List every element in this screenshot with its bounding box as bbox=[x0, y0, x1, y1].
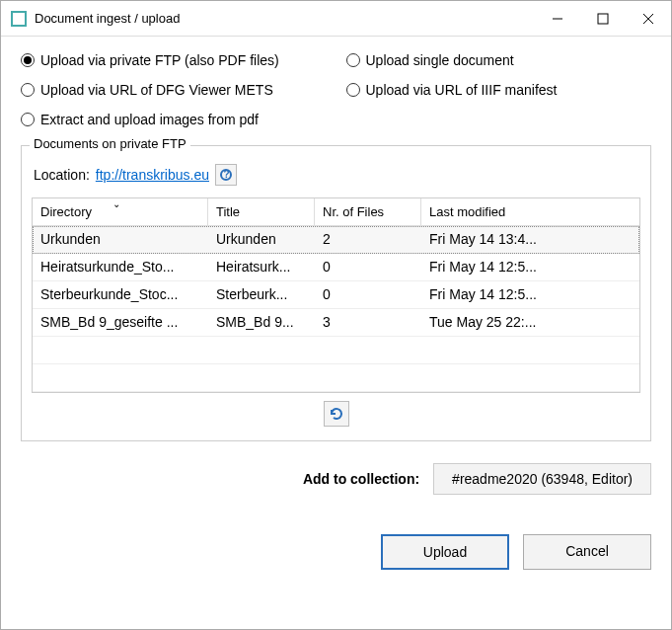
table-body: Urkunden Urkunden 2 Fri May 14 13:4... H… bbox=[33, 226, 639, 392]
col-title[interactable]: Title bbox=[208, 198, 315, 225]
cell-modified: Fri May 14 12:5... bbox=[421, 281, 639, 308]
dialog-buttons: Upload Cancel bbox=[21, 534, 651, 570]
cell-title: SMB_Bd 9... bbox=[208, 309, 315, 336]
cell-files: 2 bbox=[315, 226, 421, 253]
ftp-group-title: Documents on private FTP bbox=[30, 136, 190, 151]
radio-dfg[interactable]: Upload via URL of DFG Viewer METS bbox=[21, 82, 327, 98]
col-directory[interactable]: Directory ⌄ bbox=[33, 198, 208, 225]
ftp-table: Directory ⌄ Title Nr. of Files Last modi… bbox=[32, 197, 640, 393]
table-row[interactable]: Urkunden Urkunden 2 Fri May 14 13:4... bbox=[33, 226, 639, 254]
svg-text:?: ? bbox=[224, 169, 230, 180]
minimize-button[interactable] bbox=[535, 1, 580, 36]
radio-ftp[interactable]: Upload via private FTP (also PDF files) bbox=[21, 52, 327, 68]
close-button[interactable] bbox=[626, 1, 671, 36]
radio-iiif-label: Upload via URL of IIIF manifest bbox=[366, 82, 558, 98]
collection-selector[interactable]: #readme2020 (63948, Editor) bbox=[433, 463, 651, 495]
collection-row: Add to collection: #readme2020 (63948, E… bbox=[21, 463, 651, 495]
radio-iiif[interactable]: Upload via URL of IIIF manifest bbox=[346, 82, 652, 98]
radio-single[interactable]: Upload single document bbox=[346, 52, 652, 68]
table-row[interactable]: SMB_Bd 9_geseifte ... SMB_Bd 9... 3 Tue … bbox=[33, 309, 639, 337]
radio-single-label: Upload single document bbox=[366, 52, 514, 68]
ftp-group: Documents on private FTP Location: ftp:/… bbox=[21, 145, 651, 441]
cell-files: 0 bbox=[315, 254, 421, 280]
collection-label: Add to collection: bbox=[303, 471, 419, 487]
cell-title: Urkunden bbox=[208, 226, 315, 253]
refresh-button[interactable] bbox=[324, 401, 349, 427]
dialog-content: Upload via private FTP (also PDF files) … bbox=[1, 37, 671, 580]
refresh-row bbox=[32, 393, 640, 431]
cell-files: 3 bbox=[315, 309, 421, 336]
cell-title: Heiratsurk... bbox=[208, 254, 315, 280]
radio-pdf-label: Extract and upload images from pdf bbox=[40, 112, 259, 127]
help-button[interactable]: ? bbox=[215, 164, 237, 186]
radio-icon bbox=[21, 83, 35, 97]
cancel-button[interactable]: Cancel bbox=[523, 534, 651, 570]
cell-files: 0 bbox=[315, 281, 421, 308]
col-files[interactable]: Nr. of Files bbox=[315, 198, 421, 225]
location-label: Location: bbox=[34, 167, 90, 183]
maximize-button[interactable] bbox=[580, 1, 626, 36]
cell-modified: Fri May 14 13:4... bbox=[421, 226, 639, 253]
radio-icon bbox=[346, 53, 360, 67]
upload-mode-radios: Upload via private FTP (also PDF files) … bbox=[21, 52, 651, 127]
cell-modified: Tue May 25 22:... bbox=[421, 309, 639, 336]
cell-modified: Fri May 14 12:5... bbox=[421, 254, 639, 280]
col-directory-label: Directory bbox=[40, 204, 92, 219]
svg-rect-1 bbox=[598, 14, 608, 24]
sort-caret-icon: ⌄ bbox=[112, 198, 120, 209]
radio-pdf[interactable]: Extract and upload images from pdf bbox=[21, 112, 327, 127]
table-row[interactable]: Heiratsurkunde_Sto... Heiratsurk... 0 Fr… bbox=[33, 254, 639, 281]
radio-dfg-label: Upload via URL of DFG Viewer METS bbox=[40, 82, 273, 98]
table-row[interactable]: Sterbeurkunde_Stoc... Sterbeurk... 0 Fri… bbox=[33, 281, 639, 309]
cell-directory: Urkunden bbox=[33, 226, 208, 253]
table-row-empty bbox=[33, 337, 639, 364]
radio-icon bbox=[21, 53, 35, 67]
col-modified[interactable]: Last modified bbox=[421, 198, 639, 225]
app-icon bbox=[11, 11, 27, 27]
cell-directory: Sterbeurkunde_Stoc... bbox=[33, 281, 208, 308]
upload-button[interactable]: Upload bbox=[381, 534, 509, 570]
window-title: Document ingest / upload bbox=[35, 11, 535, 26]
cell-directory: Heiratsurkunde_Sto... bbox=[33, 254, 208, 280]
table-header: Directory ⌄ Title Nr. of Files Last modi… bbox=[33, 198, 639, 226]
location-row: Location: ftp://transkribus.eu ? bbox=[34, 164, 640, 186]
table-row-empty bbox=[33, 364, 639, 392]
cell-title: Sterbeurk... bbox=[208, 281, 315, 308]
titlebar: Document ingest / upload bbox=[1, 1, 671, 37]
radio-icon bbox=[21, 113, 35, 126]
cell-directory: SMB_Bd 9_geseifte ... bbox=[33, 309, 208, 336]
location-link[interactable]: ftp://transkribus.eu bbox=[96, 167, 209, 183]
radio-ftp-label: Upload via private FTP (also PDF files) bbox=[40, 52, 279, 68]
radio-icon bbox=[346, 83, 360, 97]
window-controls bbox=[535, 1, 671, 36]
